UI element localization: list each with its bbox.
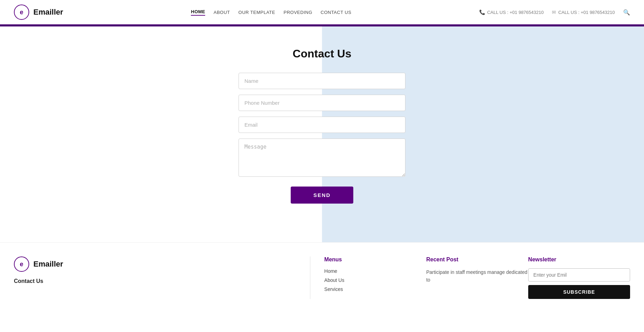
send-button[interactable]: SEND xyxy=(291,187,353,204)
footer-right: Menus Home About Us Services Recent Post… xyxy=(310,256,630,299)
footer-left: e Emailler Contact Us xyxy=(14,256,310,299)
main-nav: HOME ABOUT OUR TEMPLATE PROVEDING CONTAC… xyxy=(191,9,351,16)
footer-menu-about[interactable]: About Us xyxy=(324,277,426,283)
header-right: 📞 CALL US : +01 9876543210 ✉ CALL US : +… xyxy=(479,9,630,16)
newsletter-email-input[interactable] xyxy=(528,268,630,282)
nav-home[interactable]: HOME xyxy=(191,9,205,16)
footer-logo: e Emailler xyxy=(14,256,296,272)
logo-icon: e xyxy=(14,5,29,20)
message-input[interactable] xyxy=(239,139,405,177)
footer-menu-home[interactable]: Home xyxy=(324,268,426,274)
footer-logo-text: Emailler xyxy=(33,260,63,269)
header: e Emailler HOME ABOUT OUR TEMPLATE PROVE… xyxy=(0,0,644,24)
phone-input[interactable] xyxy=(239,95,405,111)
header-phone-label: CALL US : +01 9876543210 xyxy=(487,10,544,15)
contact-section: Contact Us SEND xyxy=(0,26,644,242)
header-email: ✉ CALL US : +01 9876543210 xyxy=(552,9,615,15)
logo-area: e Emailler xyxy=(14,5,63,20)
subscribe-button[interactable]: SUBSCRIBE xyxy=(528,285,630,299)
contact-form-container: Contact Us SEND xyxy=(239,47,405,204)
email-input[interactable] xyxy=(239,117,405,133)
mail-icon: ✉ xyxy=(552,9,556,15)
form-title: Contact Us xyxy=(239,47,405,60)
recent-post-text: Participate in staff meetings manage ded… xyxy=(426,268,528,284)
footer-logo-icon: e xyxy=(14,256,29,272)
newsletter-title: Newsletter xyxy=(528,256,630,263)
header-mail-label: CALL US : +01 9876543210 xyxy=(558,10,615,15)
recent-post-title: Recent Post xyxy=(426,256,528,263)
name-input[interactable] xyxy=(239,73,405,89)
nav-contact-us[interactable]: CONTACT US xyxy=(321,10,351,15)
footer-menus-col: Menus Home About Us Services xyxy=(324,256,426,299)
contact-form-overlay: Contact Us SEND xyxy=(0,26,644,242)
menus-title: Menus xyxy=(324,256,426,263)
phone-icon: 📞 xyxy=(479,9,485,15)
search-icon[interactable]: 🔍 xyxy=(623,9,630,16)
footer-contact-title: Contact Us xyxy=(14,278,296,284)
footer-menu-services[interactable]: Services xyxy=(324,286,426,292)
nav-our-template[interactable]: OUR TEMPLATE xyxy=(239,10,275,15)
footer-newsletter-col: Newsletter SUBSCRIBE xyxy=(528,256,630,299)
nav-about[interactable]: ABOUT xyxy=(214,10,230,15)
logo-text: Emailler xyxy=(33,8,63,17)
header-phone: 📞 CALL US : +01 9876543210 xyxy=(479,9,544,15)
footer-recent-post-col: Recent Post Participate in staff meeting… xyxy=(426,256,528,299)
nav-proveding[interactable]: PROVEDING xyxy=(283,10,312,15)
footer: e Emailler Contact Us Menus Home About U… xyxy=(0,242,644,306)
